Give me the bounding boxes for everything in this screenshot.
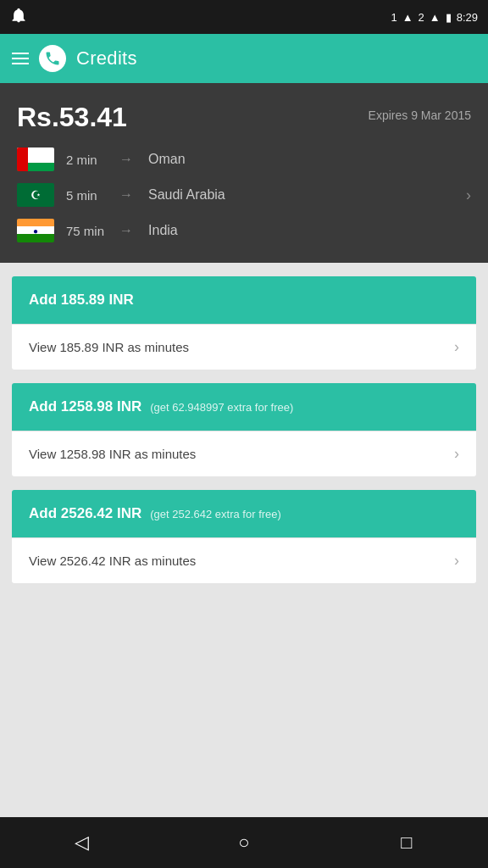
view-185-button[interactable]: View 185.89 INR as minutes › — [12, 324, 476, 370]
list-item: 75 min → India — [17, 219, 471, 242]
time-display: 8:29 — [457, 11, 478, 24]
battery-icon: ▮ — [446, 11, 452, 24]
chevron-right-icon: › — [454, 445, 459, 463]
signal1-icon: ▲ — [402, 11, 413, 24]
notification-icon — [10, 7, 27, 27]
arrow-icon: → — [119, 187, 133, 203]
add-185-label: Add 185.89 INR — [29, 292, 134, 309]
sim2-label: 2 — [419, 11, 424, 24]
flag-saudi — [17, 183, 54, 207]
saudi-minutes: 5 min — [66, 188, 104, 203]
add-2526-button[interactable]: Add 2526.42 INR (get 252.642 extra for f… — [12, 490, 476, 537]
saudi-label: Saudi Arabia — [148, 187, 454, 203]
list-item: 2 min → Oman — [17, 147, 471, 171]
package-group-1: Add 185.89 INR View 185.89 INR as minute… — [12, 276, 476, 370]
recent-apps-button[interactable]: □ — [381, 826, 432, 860]
sim1-label: 1 — [391, 11, 396, 24]
credits-amount: Rs.53.41 — [17, 102, 127, 133]
home-button[interactable]: ○ — [219, 826, 269, 860]
oman-minutes: 2 min — [66, 153, 104, 167]
add-185-button[interactable]: Add 185.89 INR — [12, 276, 476, 324]
flag-india — [17, 219, 54, 242]
bottom-navigation: ◁ ○ □ — [0, 817, 488, 868]
country-list: 2 min → Oman 5 min → Saudi Arabia › 75 m… — [17, 147, 471, 242]
india-minutes: 75 min — [66, 224, 104, 238]
credits-expiry: Expires 9 Mar 2015 — [369, 108, 471, 122]
add-2526-extra: (get 252.642 extra for free) — [150, 508, 281, 520]
status-bar: 1 ▲ 2 ▲ ▮ 8:29 — [0, 0, 488, 34]
arrow-icon: → — [119, 152, 133, 167]
india-label: India — [148, 223, 471, 238]
package-group-3: Add 2526.42 INR (get 252.642 extra for f… — [12, 490, 476, 583]
chevron-right-icon: › — [454, 552, 459, 570]
arrow-icon: → — [119, 223, 133, 238]
add-2526-label: Add 2526.42 INR — [29, 505, 141, 522]
page-title: Credits — [76, 47, 137, 70]
flag-oman — [17, 147, 54, 171]
packages-list: Add 185.89 INR View 185.89 INR as minute… — [0, 263, 488, 817]
chevron-right-icon: › — [466, 186, 471, 204]
view-2526-label: View 2526.42 INR as minutes — [29, 554, 196, 568]
credits-section: Rs.53.41 Expires 9 Mar 2015 2 min → Oman… — [0, 83, 488, 263]
package-group-2: Add 1258.98 INR (get 62.948997 extra for… — [12, 383, 476, 476]
view-1258-label: View 1258.98 INR as minutes — [29, 447, 196, 461]
add-1258-label: Add 1258.98 INR — [29, 398, 141, 415]
add-1258-extra: (get 62.948997 extra for free) — [150, 401, 293, 414]
view-2526-button[interactable]: View 2526.42 INR as minutes › — [12, 537, 476, 583]
oman-label: Oman — [148, 152, 471, 167]
signal2-icon: ▲ — [430, 11, 441, 24]
app-logo — [39, 45, 66, 72]
list-item: 5 min → Saudi Arabia › — [17, 183, 471, 207]
back-button[interactable]: ◁ — [56, 826, 107, 860]
view-185-label: View 185.89 INR as minutes — [29, 340, 189, 354]
app-header: Credits — [0, 34, 488, 83]
menu-button[interactable] — [12, 53, 29, 64]
chevron-right-icon: › — [454, 338, 459, 356]
view-1258-button[interactable]: View 1258.98 INR as minutes › — [12, 431, 476, 476]
add-1258-button[interactable]: Add 1258.98 INR (get 62.948997 extra for… — [12, 383, 476, 431]
